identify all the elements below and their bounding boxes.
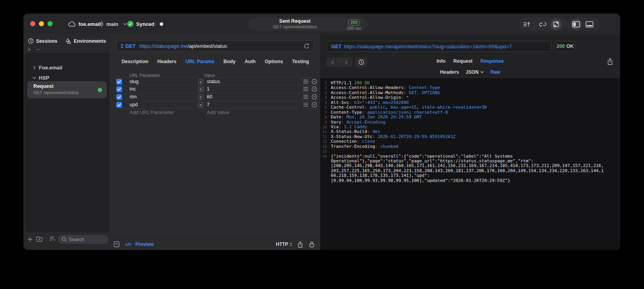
drag-handle-icon[interactable] — [303, 87, 308, 91]
param-checkbox[interactable] — [116, 102, 122, 108]
subtab-json[interactable]: JSON — [465, 69, 483, 75]
line-text: [0,99.94,100,99.93,99.98,99.95,100],"upd… — [327, 178, 510, 183]
line-number: 8 — [320, 115, 327, 120]
line-number: 13 — [320, 139, 327, 144]
resend-icon[interactable] — [304, 43, 310, 49]
request-order-button[interactable] — [521, 19, 532, 30]
param-checkbox[interactable] — [116, 79, 122, 85]
zoom-window-button[interactable] — [47, 21, 53, 26]
drag-handle-icon[interactable] — [303, 103, 308, 107]
param-name[interactable]: rtm — [130, 94, 137, 100]
tab-auth[interactable]: Auth — [244, 59, 255, 64]
line-number — [320, 173, 327, 178]
remove-param-icon[interactable] — [312, 94, 317, 100]
param-value[interactable]: status — [207, 79, 220, 84]
url-host[interactable]: https://statuspage.me — [139, 43, 187, 49]
preview-button[interactable]: Preview — [135, 239, 154, 250]
footer-divider — [46, 236, 47, 242]
equals-icon: = — [198, 95, 203, 100]
response-line: 14Transfer-Encoding: chunked — [320, 144, 620, 149]
tree-item-foe-email[interactable]: Foe.email — [25, 63, 109, 72]
share-icon[interactable] — [297, 239, 303, 250]
line-number: 1 — [320, 81, 327, 85]
line-text: Transfer-Encoding: chunked — [327, 144, 398, 149]
param-value[interactable]: 1 — [207, 86, 210, 92]
remove-item-button[interactable]: − — [36, 46, 40, 53]
drag-handle-icon[interactable] — [303, 95, 308, 99]
request-footer-bar: </> Preview HTTP — [110, 238, 320, 250]
list-filter-icon[interactable] — [49, 236, 56, 241]
line-number — [320, 159, 327, 164]
code-icon: </> — [125, 239, 131, 250]
remove-param-icon[interactable] — [312, 79, 317, 84]
chevron-down-icon — [123, 23, 127, 25]
minimize-window-button[interactable] — [39, 21, 44, 26]
add-value-placeholder[interactable]: Add Value — [207, 110, 229, 115]
param-checkbox[interactable] — [116, 86, 122, 92]
tab-options[interactable]: Options — [265, 59, 283, 64]
tab-url-params[interactable]: URL Params — [186, 59, 214, 64]
sent-request-pill[interactable]: Sent Request GET /api/embed/status 200 2… — [248, 17, 368, 31]
line-number: 11 — [320, 129, 327, 134]
toolbar-group-request — [519, 17, 567, 31]
request-tree: Foe.email HSP Request GET /api/embed/sta… — [25, 53, 109, 232]
sent-request-path: GET /api/embed/status — [248, 24, 342, 29]
param-value[interactable]: 60 — [207, 94, 212, 100]
param-row: slug = status — [116, 77, 316, 86]
param-name[interactable]: slug — [130, 79, 139, 84]
export-response-icon[interactable] — [607, 58, 613, 65]
param-name[interactable]: inc — [130, 86, 136, 92]
toggle-bottom-panel-button[interactable] — [584, 19, 595, 30]
equals-icon: = — [198, 79, 203, 84]
tab-request[interactable]: Request — [453, 58, 473, 64]
subtab-headers[interactable]: Headers — [440, 69, 459, 75]
protocol-selector[interactable]: HTTP — [276, 239, 292, 250]
request-duration: 280 ms — [344, 25, 364, 31]
response-body[interactable]: 1HTTP/1.1 200 OK2Access-Control-Allow-He… — [320, 78, 620, 250]
new-folder-icon[interactable] — [36, 236, 43, 242]
param-value[interactable]: 7 — [207, 102, 210, 107]
param-checkbox[interactable] — [116, 94, 122, 100]
drag-handle-icon[interactable] — [303, 80, 308, 84]
tab-headers[interactable]: Headers — [157, 59, 177, 64]
tree-item-label: Foe.email — [39, 65, 62, 71]
tree-item-hsp[interactable]: HSP — [25, 73, 109, 82]
add-item-button[interactable]: + — [27, 46, 31, 53]
tab-body[interactable]: Body — [223, 59, 235, 64]
add-param-placeholder[interactable]: Add URL Parameter — [130, 110, 174, 115]
tab-environments[interactable]: Environments — [65, 38, 106, 44]
sync-status[interactable]: Synced — [127, 14, 154, 34]
response-tabs: Info Request Response — [320, 58, 620, 64]
line-number: 3 — [320, 91, 327, 95]
branch-selector[interactable]: main — [100, 14, 127, 34]
project-selector[interactable]: foe.email — [68, 14, 100, 34]
sent-url: https://statuspage.me/api/embed/status?s… — [344, 44, 512, 49]
tab-response[interactable]: Response — [480, 58, 504, 64]
status-text: OK — [566, 44, 574, 49]
expand-panel-icon[interactable] — [113, 239, 120, 250]
search-input[interactable]: Search — [58, 235, 108, 244]
request-url-bar[interactable]: GET https://statuspage.me /api/embed/sta… — [116, 40, 314, 51]
request-list-item-selected[interactable]: Request GET /api/embed/status — [27, 81, 107, 98]
close-window-button[interactable] — [30, 21, 35, 26]
import-export-button[interactable] — [551, 19, 562, 30]
tab-description[interactable]: Description — [122, 59, 148, 64]
sync-label: Synced — [136, 21, 154, 27]
method-selector[interactable]: GET — [125, 43, 135, 49]
toggle-sidebar-button[interactable] — [571, 19, 582, 30]
remove-param-icon[interactable] — [312, 102, 317, 107]
lock-icon[interactable] — [309, 239, 314, 250]
url-path[interactable]: /api/embed/status — [188, 43, 227, 49]
subtab-raw[interactable]: Raw — [491, 69, 500, 75]
add-request-button[interactable] — [27, 237, 33, 242]
tab-info[interactable]: Info — [437, 58, 446, 64]
remove-param-icon[interactable] — [312, 86, 317, 92]
sync-branches-icon[interactable] — [537, 19, 548, 30]
tab-testing[interactable]: Testing — [292, 59, 309, 64]
param-name[interactable]: upd — [130, 102, 138, 107]
line-number — [320, 164, 327, 168]
sent-request-url-bar[interactable]: GET https://statuspage.me/api/embed/stat… — [327, 41, 552, 52]
line-number: 4 — [320, 95, 327, 100]
sent-request-status: 200 280 ms — [344, 18, 364, 31]
tab-sessions[interactable]: Sessions — [28, 38, 57, 44]
